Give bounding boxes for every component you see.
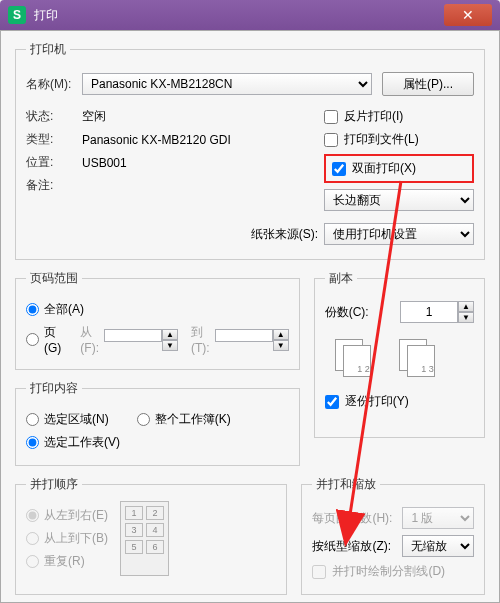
from-input[interactable] — [104, 329, 162, 342]
scale-group: 并打和缩放 每页的版数(H):1 版 按纸型缩放(Z):无缩放 并打时绘制分割线… — [301, 476, 485, 595]
repeat-label: 重复(R) — [44, 553, 85, 570]
sel-sheet-label: 选定工作表(V) — [44, 434, 120, 451]
type-label: 类型: — [26, 131, 82, 148]
collate-checkbox[interactable] — [325, 395, 339, 409]
scale-legend: 并打和缩放 — [312, 476, 380, 493]
lr-label: 从左到右(E) — [44, 507, 108, 524]
print-to-file-checkbox[interactable] — [324, 133, 338, 147]
loc-value: USB001 — [82, 156, 127, 170]
from-spin-up[interactable]: ▲ — [162, 329, 178, 340]
count-label: 份数(C): — [325, 304, 369, 321]
collate-icon-2: 1 3 — [399, 339, 447, 379]
titlebar: S 打印 ✕ — [0, 0, 500, 30]
count-input[interactable] — [400, 301, 458, 323]
papertype-select[interactable]: 无缩放 — [402, 535, 474, 557]
to-spin-up[interactable]: ▲ — [273, 329, 289, 340]
collate-label: 逐份打印(Y) — [345, 393, 409, 410]
count-spin-up[interactable]: ▲ — [458, 301, 474, 312]
print-order-legend: 并打顺序 — [26, 476, 82, 493]
papersrc-label: 纸张来源(S): — [251, 226, 318, 243]
page-range-group: 页码范围 全部(A) 页(G) 从(F): ▲▼ 到(T): ▲▼ — [15, 270, 300, 370]
repeat-radio — [26, 555, 39, 568]
note-label: 备注: — [26, 177, 82, 194]
printer-legend: 打印机 — [26, 41, 70, 58]
print-to-file-label: 打印到文件(L) — [344, 131, 419, 148]
flip-select[interactable]: 长边翻页 — [324, 189, 474, 211]
all-pages-radio[interactable] — [26, 303, 39, 316]
reverse-print-checkbox[interactable] — [324, 110, 338, 124]
lr-radio — [26, 509, 39, 522]
close-button[interactable]: ✕ — [444, 4, 492, 26]
collate-icon-1: 1 2 — [335, 339, 383, 379]
dialog-body: 打印机 名称(M): Panasonic KX-MB2128CN 属性(P)..… — [0, 30, 500, 603]
printer-name-select[interactable]: Panasonic KX-MB2128CN — [82, 73, 372, 95]
cutline-checkbox — [312, 565, 326, 579]
duplex-label: 双面打印(X) — [352, 160, 416, 177]
all-pages-label: 全部(A) — [44, 301, 84, 318]
copies-legend: 副本 — [325, 270, 357, 287]
sel-region-label: 选定区域(N) — [44, 411, 109, 428]
status-label: 状态: — [26, 108, 82, 125]
pages-radio[interactable] — [26, 333, 39, 346]
tb-label: 从上到下(B) — [44, 530, 108, 547]
status-value: 空闲 — [82, 108, 106, 125]
order-preview-icon: 123456 — [120, 501, 169, 576]
perpage-label: 每页的版数(H): — [312, 510, 402, 527]
whole-book-radio[interactable] — [137, 413, 150, 426]
printer-group: 打印机 名称(M): Panasonic KX-MB2128CN 属性(P)..… — [15, 41, 485, 260]
to-input[interactable] — [215, 329, 273, 342]
page-range-legend: 页码范围 — [26, 270, 82, 287]
perpage-select: 1 版 — [402, 507, 474, 529]
to-label: 到(T): — [191, 324, 210, 355]
print-content-group: 打印内容 选定区域(N) 整个工作簿(K) 选定工作表(V) — [15, 380, 300, 466]
reverse-print-label: 反片打印(I) — [344, 108, 403, 125]
print-order-group: 并打顺序 从左到右(E) 从上到下(B) 重复(R) 123456 — [15, 476, 287, 595]
print-content-legend: 打印内容 — [26, 380, 82, 397]
tb-radio — [26, 532, 39, 545]
from-label: 从(F): — [80, 324, 99, 355]
cutline-label: 并打时绘制分割线(D) — [332, 563, 445, 580]
type-value: Panasonic KX-MB2120 GDI — [82, 133, 231, 147]
sel-sheet-radio[interactable] — [26, 436, 39, 449]
loc-label: 位置: — [26, 154, 82, 171]
name-label: 名称(M): — [26, 76, 82, 93]
whole-book-label: 整个工作簿(K) — [155, 411, 231, 428]
papertype-label: 按纸型缩放(Z): — [312, 538, 402, 555]
papersrc-select[interactable]: 使用打印机设置 — [324, 223, 474, 245]
from-spin-down[interactable]: ▼ — [162, 340, 178, 351]
properties-button[interactable]: 属性(P)... — [382, 72, 474, 96]
count-spin-down[interactable]: ▼ — [458, 312, 474, 323]
sel-region-radio[interactable] — [26, 413, 39, 426]
window-title: 打印 — [34, 7, 444, 24]
app-icon: S — [8, 6, 26, 24]
duplex-checkbox[interactable] — [332, 162, 346, 176]
to-spin-down[interactable]: ▼ — [273, 340, 289, 351]
copies-group: 副本 份数(C): ▲▼ 1 2 1 3 逐份打印(Y) — [314, 270, 485, 438]
pages-label: 页(G) — [44, 324, 61, 355]
